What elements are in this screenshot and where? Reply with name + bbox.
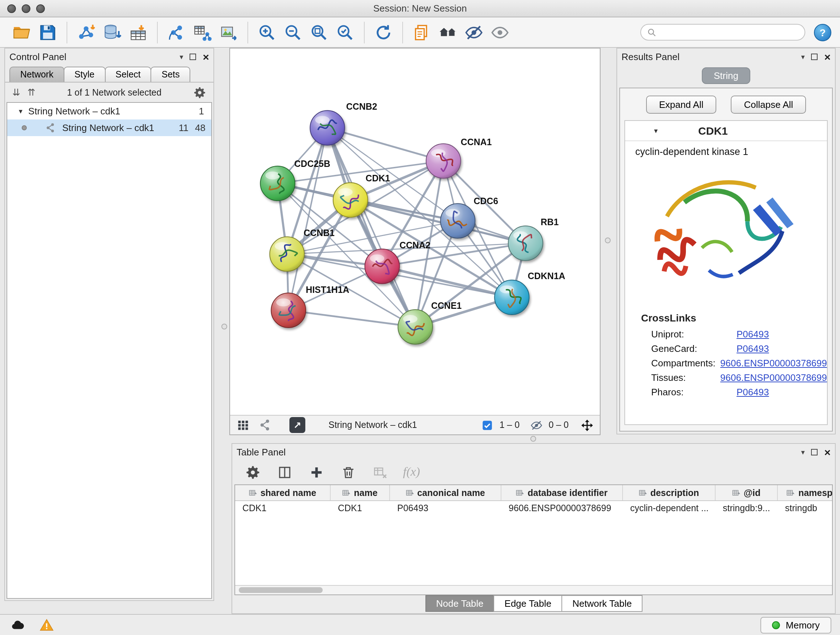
panel-menu-icon[interactable]: ▾ (801, 52, 805, 60)
selected-count: 1 – 0 (500, 420, 520, 430)
expand-all-button[interactable]: Expand All (646, 96, 717, 114)
crosslink-value-link[interactable]: P06493 (737, 343, 769, 354)
import-network-from-database-button[interactable] (99, 20, 125, 44)
export-image-button[interactable] (216, 20, 242, 44)
protein-section-header[interactable]: ▾ CDK1 (625, 121, 827, 141)
toolbar-right: ? (640, 24, 831, 41)
column-header-shared-name[interactable]: shared name (235, 485, 331, 500)
tab-sets[interactable]: Sets (151, 67, 191, 82)
tab-edge-table[interactable]: Edge Table (494, 595, 562, 612)
show-columns-icon[interactable] (276, 463, 293, 481)
node-label: CCNA2 (399, 240, 431, 250)
crosslink-label: Tissues: (651, 372, 720, 383)
collapse-all-button[interactable]: Collapse All (731, 96, 806, 114)
home-button[interactable] (435, 20, 461, 44)
delete-column-trash-icon[interactable] (339, 463, 357, 481)
new-network-from-selection-button[interactable] (189, 20, 216, 44)
hide-selected-button[interactable] (461, 20, 487, 44)
zoom-in-icon (257, 23, 276, 42)
zoom-in-button[interactable] (254, 20, 280, 44)
selected-checkbox-icon[interactable] (480, 418, 494, 432)
column-header-canonical-name[interactable]: canonical name (390, 485, 501, 500)
horizontal-scrollbar[interactable] (235, 585, 832, 594)
annotations-button[interactable] (409, 20, 435, 44)
splitter-handle[interactable] (221, 324, 227, 329)
crosslink-value-link[interactable]: 9606.ENSP00000378699 (720, 357, 827, 368)
zoom-selected-button[interactable] (332, 20, 358, 44)
table-settings-gear-icon[interactable] (244, 463, 261, 481)
network-view-title: String Network – cdk1 (328, 420, 417, 430)
column-header-namespace[interactable]: namespace (778, 485, 833, 500)
results-panel-title: Results Panel (622, 51, 679, 62)
window-zoom-button[interactable] (36, 4, 45, 13)
new-network-button[interactable] (164, 20, 189, 44)
tab-style[interactable]: Style (64, 67, 106, 82)
window-controls (7, 4, 45, 13)
panel-menu-icon[interactable]: ▾ (801, 448, 805, 456)
zoom-selected-icon (336, 23, 355, 42)
warning-icon[interactable] (38, 616, 55, 633)
tab-network[interactable]: Network (9, 67, 65, 82)
close-panel-icon[interactable]: × (202, 51, 209, 62)
hidden-eye-icon[interactable] (529, 418, 543, 432)
crosslink-value-link[interactable]: P06493 (737, 386, 769, 397)
fit-content-icon[interactable] (579, 418, 594, 432)
column-header--id[interactable]: @id (715, 485, 778, 500)
birdseye-view-icon[interactable] (236, 418, 250, 432)
network-row[interactable]: String Network – cdk1 11 48 (7, 119, 211, 136)
window-close-button[interactable] (7, 4, 16, 13)
window-minimize-button[interactable] (22, 4, 30, 13)
help-button[interactable]: ? (814, 24, 831, 41)
save-session-button[interactable] (35, 20, 61, 44)
crosslink-value-link[interactable]: P06493 (737, 328, 769, 339)
splitter-handle[interactable] (605, 238, 611, 243)
crosslink-value-link[interactable]: 9606.ENSP00000378699 (720, 372, 827, 383)
import-table-from-file-button[interactable] (125, 20, 151, 44)
search-box[interactable] (640, 24, 805, 41)
detach-view-icon[interactable]: ↗ (289, 417, 305, 433)
float-panel-icon[interactable] (811, 448, 818, 455)
network-collection-row[interactable]: ▾ String Network – cdk1 1 (7, 103, 211, 119)
close-panel-icon[interactable]: × (824, 447, 831, 457)
column-header-name[interactable]: name (331, 485, 390, 500)
network-share-icon[interactable] (257, 418, 272, 432)
gear-icon[interactable] (193, 86, 206, 99)
open-session-button[interactable] (9, 20, 35, 44)
search-input[interactable] (660, 27, 799, 37)
float-panel-icon[interactable] (811, 53, 818, 60)
tab-string[interactable]: String (701, 67, 751, 84)
apply-layout-button[interactable] (370, 20, 396, 44)
crosslink-row: Pharos:P06493 (625, 385, 827, 399)
scrollbar-thumb[interactable] (239, 587, 323, 593)
memory-button[interactable]: Memory (760, 616, 831, 633)
function-builder-icon: f(x) (403, 465, 420, 479)
expand-all-icon[interactable]: ⇈ (27, 88, 35, 97)
close-panel-icon[interactable]: × (824, 51, 831, 62)
zoom-out-button[interactable] (280, 20, 306, 44)
toolbar-separator (364, 21, 365, 43)
collapse-all-icon[interactable]: ⇊ (12, 88, 20, 97)
table-cell: cyclin-dependent ... (623, 501, 715, 516)
node-label: CCNA1 (461, 137, 492, 147)
table-cell: CDK1 (331, 501, 390, 516)
show-all-button[interactable] (487, 20, 513, 44)
expander-icon[interactable]: ▾ (19, 107, 22, 115)
tab-network-table[interactable]: Network Table (561, 595, 643, 612)
column-header-description[interactable]: description (623, 485, 715, 500)
memory-label: Memory (786, 619, 820, 630)
tab-node-table[interactable]: Node Table (425, 595, 494, 612)
splitter-handle[interactable] (531, 436, 536, 442)
add-column-icon[interactable] (308, 463, 325, 481)
network-canvas[interactable]: CCNB2CCNA1CDC25BCDK1CDC6RB1CCNB1CCNA2CDK… (230, 49, 600, 415)
table-row[interactable]: CDK1CDK1P064939606.ENSP00000378699cyclin… (235, 501, 832, 516)
tab-select[interactable]: Select (104, 67, 152, 82)
import-network-from-file-button[interactable] (73, 20, 99, 44)
node-label: CCNB1 (303, 228, 335, 238)
column-header-database-identifier[interactable]: database identifier (501, 485, 623, 500)
panel-menu-icon[interactable]: ▾ (180, 52, 183, 60)
control-panel: Control Panel ▾ × NetworkStyleSelectSets… (4, 48, 214, 601)
section-expander-icon[interactable]: ▾ (654, 127, 658, 135)
zoom-fit-button[interactable] (306, 20, 332, 44)
float-panel-icon[interactable] (189, 53, 196, 60)
cloud-icon[interactable] (9, 616, 26, 633)
